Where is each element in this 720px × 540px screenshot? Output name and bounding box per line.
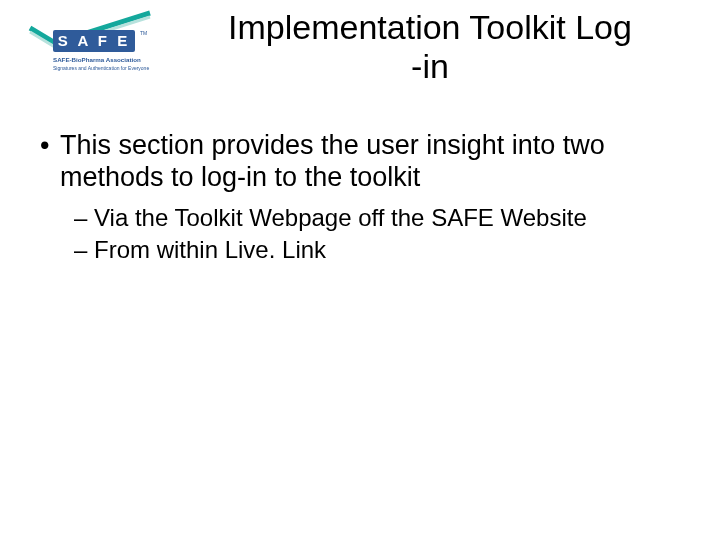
slide-body: •This section provides the user insight …	[30, 130, 690, 268]
logo-tagline-1: SAFE-BioPharma Association	[53, 56, 141, 63]
logo-tagline-2: Signatures and Authentication for Everyo…	[53, 65, 149, 71]
slide: S A F E TM SAFE-BioPharma Association Si…	[0, 0, 720, 540]
bullet-level1: •This section provides the user insight …	[30, 130, 690, 194]
bullet-level2-text-2: From within Live. Link	[94, 236, 326, 263]
bullet-level2: –From within Live. Link	[30, 236, 690, 264]
bullet-level1-text: This section provides the user insight i…	[60, 130, 605, 192]
slide-title: Implementation Toolkit Log -in	[170, 8, 690, 86]
bullet-dash-icon: –	[74, 236, 94, 264]
logo-brand-text: S A F E	[58, 32, 130, 49]
logo-tm: TM	[140, 30, 147, 36]
bullet-dot-icon: •	[40, 130, 60, 162]
title-line-2: -in	[411, 47, 449, 85]
bullet-dash-icon: –	[74, 204, 94, 232]
bullet-level2-text-1: Via the Toolkit Webpage off the SAFE Web…	[94, 204, 587, 231]
bullet-level2: –Via the Toolkit Webpage off the SAFE We…	[30, 204, 690, 232]
title-line-1: Implementation Toolkit Log	[228, 8, 632, 46]
safe-logo: S A F E TM SAFE-BioPharma Association Si…	[25, 10, 160, 80]
